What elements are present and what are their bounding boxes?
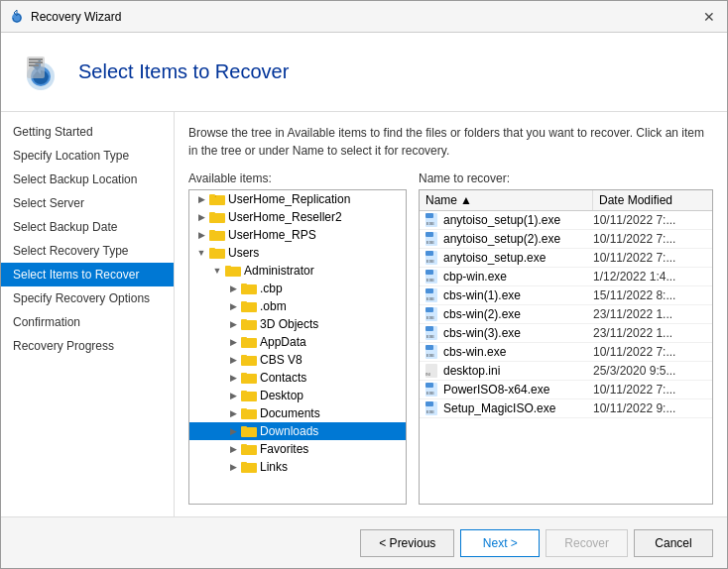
- svg-rect-23: [241, 319, 247, 322]
- exe-icon: EXE: [424, 212, 439, 228]
- sidebar-item-confirmation[interactable]: Confirmation: [1, 310, 174, 334]
- recover-button[interactable]: Recover: [546, 529, 628, 557]
- svg-rect-25: [241, 337, 247, 340]
- svg-rect-17: [225, 266, 231, 269]
- previous-button[interactable]: < Previous: [360, 529, 454, 557]
- folder-icon: [241, 442, 257, 456]
- tree-item-label: CBS V8: [260, 353, 303, 367]
- header-section: Select Items to Recover: [1, 33, 727, 112]
- svg-rect-9: [209, 194, 215, 197]
- svg-rect-19: [241, 284, 247, 286]
- tree-item-favorites[interactable]: ▶ Favorites: [189, 440, 406, 458]
- file-date: 10/11/2022 7:...: [593, 232, 712, 246]
- col-name-label: Name: [425, 193, 457, 207]
- expand-icon: ▶: [225, 459, 241, 475]
- sidebar-item-select-items-to-recover[interactable]: Select Items to Recover: [1, 263, 174, 286]
- sidebar-item-specify-recovery-options[interactable]: Specify Recovery Options: [1, 286, 174, 310]
- sidebar-item-select-recovery-type[interactable]: Select Recovery Type: [1, 239, 174, 263]
- svg-rect-62: [425, 345, 433, 350]
- file-list-container[interactable]: Name ▲ Date Modified EXE anytoiso_setup(…: [419, 189, 713, 505]
- svg-rect-33: [241, 408, 247, 411]
- expand-icon: ▼: [209, 263, 225, 279]
- svg-rect-67: [425, 383, 433, 388]
- exe-icon: EXE: [424, 382, 439, 398]
- svg-text:EXE: EXE: [426, 240, 434, 245]
- file-row[interactable]: EXE cbs-win(1).exe 15/11/2022 8:...: [420, 286, 712, 305]
- file-row[interactable]: EXE PowerISO8-x64.exe 10/11/2022 7:...: [420, 381, 712, 399]
- file-name: cbp-win.exe: [443, 270, 593, 284]
- page-title: Select Items to Recover: [78, 60, 289, 83]
- tree-item-label: AppData: [260, 335, 306, 349]
- sidebar-item-select-backup-date[interactable]: Select Backup Date: [1, 215, 174, 239]
- file-row[interactable]: EXE cbs-win(3).exe 23/11/2022 1...: [420, 324, 712, 343]
- file-row[interactable]: EXE Setup_MagicISO.exe 10/11/2022 9:...: [420, 399, 712, 418]
- tree-item-userhome-rps[interactable]: ▶ UserHome_RPS: [189, 226, 406, 244]
- folder-icon: [241, 406, 257, 420]
- expand-icon: ▶: [225, 370, 241, 386]
- tree-item-administrator[interactable]: ▼ Administrator: [189, 262, 406, 280]
- tree-item-label: Documents: [260, 406, 320, 420]
- file-row[interactable]: EXE cbp-win.exe 1/12/2022 1:4...: [420, 268, 712, 286]
- folder-icon: [241, 424, 257, 438]
- file-row[interactable]: EXE anytoiso_setup(2).exe 10/11/2022 7:.…: [420, 230, 712, 249]
- tree-item-label: Contacts: [260, 371, 306, 385]
- file-date: 23/11/2022 1...: [593, 307, 712, 321]
- expand-icon: ▶: [225, 334, 241, 350]
- svg-rect-59: [425, 326, 433, 331]
- col-date-label: Date Modified: [599, 193, 672, 207]
- svg-rect-31: [241, 391, 247, 394]
- file-row[interactable]: EXE cbs-win(2).exe 23/11/2022 1...: [420, 305, 712, 324]
- tree-item-label: Users: [228, 246, 259, 260]
- tree-item-cbp[interactable]: ▶ .cbp: [189, 280, 406, 297]
- tree-item-userhome-replication[interactable]: ▶ UserHome_Replication: [189, 190, 406, 208]
- tree-item-3d-objects[interactable]: ▶ 3D Objects: [189, 315, 406, 333]
- tree-item-userhome-reseller2[interactable]: ▶ UserHome_Reseller2: [189, 208, 406, 226]
- tree-item-desktop[interactable]: ▶ Desktop: [189, 387, 406, 404]
- tree-container[interactable]: ▶ UserHome_Replication ▶ UserHome_Resell…: [188, 189, 407, 505]
- sidebar-item-specify-location-type[interactable]: Specify Location Type: [1, 144, 174, 168]
- next-button[interactable]: Next >: [460, 529, 540, 557]
- expand-icon: ▶: [225, 441, 241, 457]
- sidebar-item-getting-started[interactable]: Getting Started: [1, 120, 174, 144]
- svg-rect-5: [29, 61, 43, 63]
- col-header-date[interactable]: Date Modified: [593, 190, 712, 210]
- available-items-panel: Available items: ▶ UserHome_Replication …: [188, 171, 407, 505]
- svg-text:EXE: EXE: [426, 296, 434, 301]
- file-row[interactable]: EXE cbs-win.exe 10/11/2022 7:...: [420, 343, 712, 362]
- svg-rect-47: [425, 251, 433, 256]
- file-date: 15/11/2022 8:...: [593, 288, 712, 302]
- tree-item-appdata[interactable]: ▶ AppData: [189, 333, 406, 351]
- expand-icon: ▶: [193, 227, 209, 243]
- file-row[interactable]: EXE anytoiso_setup.exe 10/11/2022 7:...: [420, 249, 712, 268]
- close-button[interactable]: ✕: [699, 7, 719, 27]
- file-date: 23/11/2022 1...: [593, 326, 712, 340]
- tree-item-links[interactable]: ▶ Links: [189, 458, 406, 476]
- tree-item-cbs-v8[interactable]: ▶ CBS V8: [189, 351, 406, 369]
- file-name: anytoiso_setup(2).exe: [443, 232, 593, 246]
- file-date: 25/3/2020 9:5...: [593, 364, 712, 378]
- tree-item-contacts[interactable]: ▶ Contacts: [189, 369, 406, 387]
- folder-icon: [241, 353, 257, 367]
- sidebar-item-select-server[interactable]: Select Server: [1, 191, 174, 215]
- cancel-button[interactable]: Cancel: [634, 529, 713, 557]
- sidebar-item-select-backup-location[interactable]: Select Backup Location: [1, 168, 174, 191]
- col-header-name[interactable]: Name ▲: [420, 190, 593, 210]
- file-name: cbs-win.exe: [443, 345, 593, 359]
- svg-rect-15: [209, 248, 215, 251]
- exe-icon: EXE: [424, 287, 439, 303]
- tree-item-downloads[interactable]: ▶ Downloads: [189, 422, 406, 440]
- file-row[interactable]: EXE anytoiso_setup(1).exe 10/11/2022 7:.…: [420, 211, 712, 230]
- tree-item-obm[interactable]: ▶ .obm: [189, 297, 406, 315]
- tree-item-label: Administrator: [244, 264, 314, 278]
- tree-item-users[interactable]: ▼ Users: [189, 244, 406, 262]
- sidebar-item-recovery-progress[interactable]: Recovery Progress: [1, 334, 174, 358]
- tree-item-label: .cbp: [260, 282, 283, 295]
- file-date: 10/11/2022 7:...: [593, 251, 712, 265]
- svg-rect-21: [241, 301, 247, 304]
- tree-item-label: UserHome_Replication: [228, 192, 350, 206]
- svg-text:EXE: EXE: [426, 353, 434, 358]
- sidebar: Getting Started Specify Location Type Se…: [1, 112, 175, 516]
- file-row[interactable]: INI desktop.ini 25/3/2020 9:5...: [420, 362, 712, 381]
- tree-item-documents[interactable]: ▶ Documents: [189, 404, 406, 422]
- exe-icon: EXE: [424, 306, 439, 322]
